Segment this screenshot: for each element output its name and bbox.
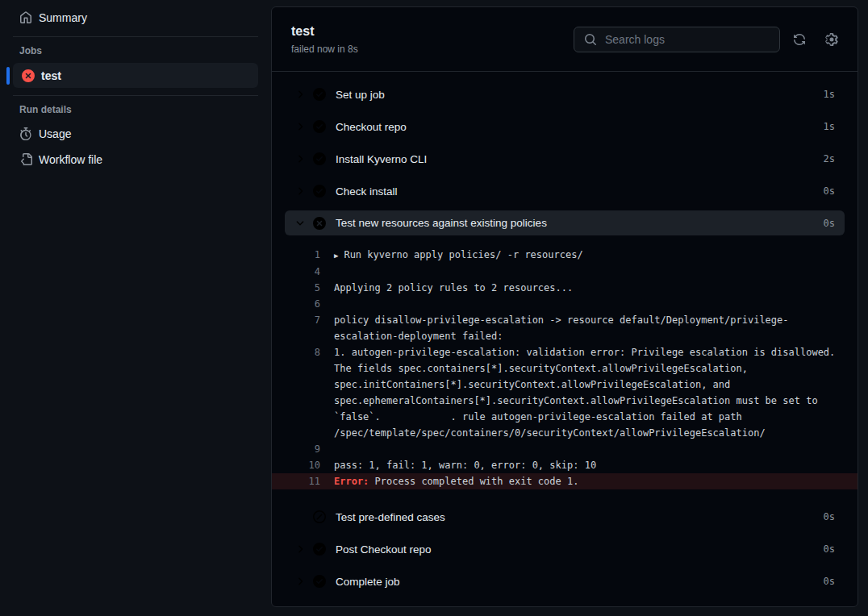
log-line-number[interactable]: 6	[272, 296, 320, 312]
sidebar-item-workflow-file[interactable]: Workflow file	[10, 148, 258, 172]
stopwatch-icon	[19, 127, 32, 140]
home-icon	[19, 11, 32, 24]
step-title: Set up job	[336, 89, 824, 101]
log-text-content: Run kyverno apply policies/ -r resources…	[344, 249, 582, 260]
step-row[interactable]: Complete job0s	[285, 565, 845, 597]
chevron-right-icon	[294, 185, 306, 197]
x-circle-icon	[313, 217, 326, 230]
step-title: Test pre-defined cases	[336, 511, 824, 523]
log-line: 5Applying 2 policy rules to 2 resources.…	[272, 280, 858, 296]
log-line: 6	[272, 296, 858, 312]
log-line: 9	[272, 441, 858, 457]
log-line-number[interactable]: 11	[272, 473, 320, 489]
step-duration: 1s	[824, 89, 835, 100]
run-details-section-label: Run details	[19, 104, 258, 115]
job-panel-header: test failed now in 8s	[272, 7, 858, 72]
workflow-file-label: Workflow file	[39, 153, 102, 166]
chevron-right-icon	[294, 543, 306, 555]
check-circle-icon	[313, 120, 326, 133]
step-row[interactable]: Checkout repo1s	[285, 110, 845, 143]
log-group-toggle-icon[interactable]: ▶	[334, 252, 338, 260]
check-circle-icon	[313, 543, 326, 556]
step-duration: 0s	[824, 218, 835, 229]
check-circle-icon	[313, 152, 326, 165]
sidebar: Summary Jobs test Run details Usage Work…	[0, 0, 271, 616]
job-name-label: test	[41, 69, 61, 82]
log-text-content: policy disallow-privilege-escalation -> …	[334, 314, 789, 342]
x-circle-icon	[22, 69, 35, 82]
sidebar-divider	[13, 95, 258, 96]
search-logs-box	[574, 27, 780, 52]
step-row[interactable]: Test pre-defined cases0s	[285, 501, 845, 533]
steps-list: Set up job1sCheckout repo1sInstall Kyver…	[272, 72, 858, 597]
log-line-number[interactable]: 1	[272, 247, 320, 263]
step-duration: 2s	[824, 153, 835, 164]
log-text-content: Applying 2 policy rules to 2 resources..…	[334, 282, 573, 293]
step-row[interactable]: Install Kyverno CLI2s	[285, 143, 845, 175]
log-settings-button[interactable]	[819, 27, 845, 52]
skip-icon	[313, 510, 326, 523]
log-line: 10pass: 1, fail: 1, warn: 0, error: 0, s…	[272, 457, 858, 473]
chevron-right-icon	[294, 89, 306, 100]
step-duration: 0s	[824, 543, 835, 555]
step-row[interactable]: Test new resources against existing poli…	[285, 210, 845, 235]
usage-label: Usage	[39, 127, 71, 140]
log-text-content: Process completed with exit code 1.	[369, 476, 578, 487]
log-text-content: pass: 1, fail: 1, warn: 0, error: 0, ski…	[334, 460, 596, 471]
step-row[interactable]: Check install0s	[285, 175, 845, 207]
log-text-content: 1. autogen-privilege-escalation: validat…	[334, 347, 841, 439]
sidebar-item-job-test[interactable]: test	[13, 63, 258, 88]
log-line-text: Applying 2 policy rules to 2 resources..…	[334, 280, 858, 296]
file-code-icon	[19, 153, 32, 166]
step-title: Post Checkout repo	[336, 543, 824, 556]
sidebar-item-usage[interactable]: Usage	[10, 122, 258, 146]
step-duration: 0s	[824, 185, 835, 197]
step-title: Checkout repo	[336, 121, 824, 133]
log-line-text: pass: 1, fail: 1, warn: 0, error: 0, ski…	[334, 457, 858, 473]
log-line-number[interactable]: 10	[272, 457, 320, 473]
search-icon	[584, 33, 597, 46]
step-row[interactable]: Set up job1s	[285, 78, 845, 110]
step-title: Complete job	[336, 576, 824, 588]
check-circle-icon	[313, 185, 326, 198]
step-title: Test new resources against existing poli…	[336, 217, 824, 229]
step-duration: 1s	[824, 121, 835, 132]
refresh-logs-button[interactable]	[787, 27, 812, 52]
job-status-text: failed now in 8s	[291, 44, 358, 55]
chevron-down-icon	[294, 218, 306, 229]
job-detail-panel: test failed now in 8s	[271, 6, 858, 607]
log-line-text: Error: Process completed with exit code …	[334, 473, 858, 489]
job-title: test	[291, 24, 358, 39]
log-line-text: ▶Run kyverno apply policies/ -r resource…	[334, 247, 858, 264]
chevron-right-icon	[294, 153, 306, 164]
sidebar-divider	[13, 36, 258, 37]
log-line: 7policy disallow-privilege-escalation ->…	[272, 312, 858, 344]
step-row[interactable]: Post Checkout repo0s	[285, 533, 845, 565]
log-line-text: policy disallow-privilege-escalation -> …	[334, 312, 858, 344]
gear-icon	[825, 33, 838, 46]
log-line: 81. autogen-privilege-escalation: valida…	[272, 344, 858, 441]
log-line-number[interactable]: 8	[272, 344, 320, 360]
log-line: 4	[272, 264, 858, 280]
log-line-text: 1. autogen-privilege-escalation: validat…	[334, 344, 858, 441]
check-circle-icon	[313, 88, 326, 101]
jobs-section-label: Jobs	[19, 45, 258, 56]
step-title: Check install	[336, 185, 824, 198]
log-line: 1▶Run kyverno apply policies/ -r resourc…	[272, 247, 858, 264]
log-line-number[interactable]: 7	[272, 312, 320, 328]
chevron-spacer	[294, 511, 306, 522]
sync-icon	[793, 33, 806, 46]
step-title: Install Kyverno CLI	[336, 153, 824, 165]
log-line: 11Error: Process completed with exit cod…	[272, 473, 858, 489]
log-line-number[interactable]: 4	[272, 264, 320, 280]
search-logs-input[interactable]	[603, 32, 770, 47]
chevron-right-icon	[294, 576, 306, 587]
log-line-number[interactable]: 9	[272, 441, 320, 457]
chevron-right-icon	[294, 121, 306, 132]
check-circle-icon	[313, 575, 326, 588]
sidebar-summary-label: Summary	[39, 11, 87, 24]
log-line-number[interactable]: 5	[272, 280, 320, 296]
step-duration: 0s	[824, 511, 835, 522]
sidebar-item-summary[interactable]: Summary	[10, 6, 258, 29]
error-label: Error:	[334, 476, 369, 487]
